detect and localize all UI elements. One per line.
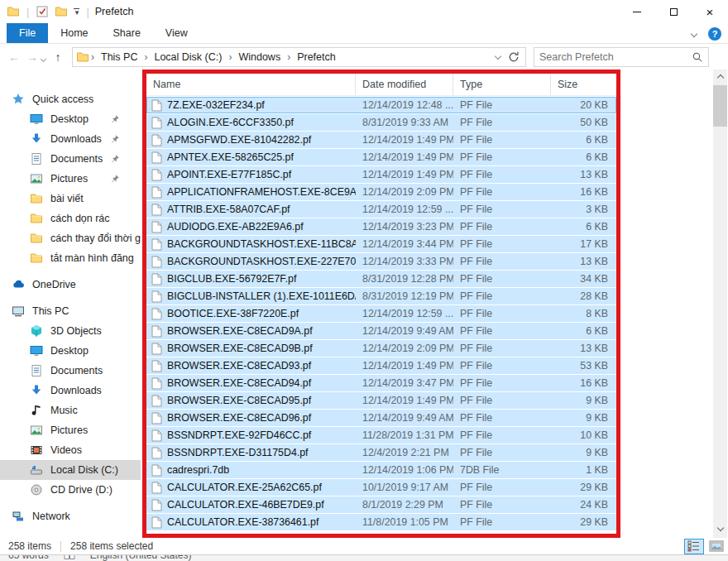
breadcrumb-segment-prefetch[interactable]: Prefetch — [292, 51, 341, 63]
file-date-cell: 8/1/2019 2:29 PM — [356, 499, 453, 511]
file-type-cell: PF File — [453, 290, 551, 302]
folder-small-icon[interactable] — [7, 5, 20, 18]
background-app-strip[interactable]: 65 words English (United States) — [0, 554, 728, 561]
file-row[interactable]: BACKGROUNDTASKHOST.EXE-227E7019.pf12/14/… — [146, 253, 616, 270]
file-icon — [151, 117, 162, 129]
file-row[interactable]: ATTRIB.EXE-58A07CAF.pf12/14/2019 12:59 .… — [146, 201, 616, 218]
recent-locations-icon[interactable] — [41, 52, 46, 64]
sidebar-item-cd-drive-d[interactable]: CD Drive (D:) — [0, 480, 141, 500]
file-row[interactable]: BOOTICE.EXE-38F7220E.pf12/14/2019 12:59 … — [146, 305, 616, 322]
help-icon[interactable]: ? — [708, 27, 721, 41]
breadcrumb-segment-local-disk-c[interactable]: Local Disk (C:) — [149, 51, 227, 63]
search-icon[interactable] — [692, 51, 703, 63]
scrollbar-thumb[interactable] — [713, 85, 727, 127]
sidebar-item-c-ch-d-n-r-c[interactable]: cách dọn rác — [0, 209, 141, 228]
file-row[interactable]: BROWSER.EXE-C8ECAD9B.pf12/14/2019 2:09 P… — [146, 340, 616, 357]
sidebar-item-quick-access[interactable]: Quick access — [0, 89, 141, 109]
column-header-size[interactable]: Size — [551, 74, 616, 95]
file-icon — [151, 377, 162, 390]
thumbnail-view-icon — [709, 540, 724, 552]
sidebar-item-this-pc[interactable]: This PC — [0, 301, 141, 321]
file-row[interactable]: BACKGROUNDTASKHOST.EXE-11BC8A7A...12/14/… — [146, 236, 616, 252]
file-row[interactable]: 7Z.EXE-032EF234.pf12/14/2019 12:48 ...PF… — [146, 97, 616, 113]
sidebar-item-network[interactable]: Network — [0, 506, 141, 526]
sidebar-item-c-ch-thay-i-th-i-g[interactable]: cách thay đổi thời g — [0, 228, 141, 248]
details-view-button[interactable] — [684, 539, 704, 554]
file-row[interactable]: BROWSER.EXE-C8ECAD9A.pf12/14/2019 9:49 A… — [146, 323, 616, 339]
file-row[interactable]: AUDIODG.EXE-AB22E9A6.pf12/14/2019 3:23 P… — [146, 218, 616, 235]
tab-share[interactable]: Share — [101, 23, 153, 43]
sidebar-item-label: Pictures — [50, 173, 88, 185]
minimize-button[interactable] — [619, 0, 655, 23]
sidebar-item-t-t-m-n-h-nh-ng[interactable]: tắt màn hình đăng — [0, 248, 141, 268]
file-size-cell: 6 KB — [551, 134, 616, 146]
file-row[interactable]: CALCULATOR.EXE-38736461.pf11/8/2019 1:05… — [146, 514, 616, 530]
tab-file[interactable]: File — [7, 23, 48, 43]
file-date-cell: 11/8/2019 1:05 PM — [356, 516, 453, 528]
file-row[interactable]: BSSNDRPT.EXE-D31175D4.pf12/4/2019 2:21 P… — [146, 444, 616, 461]
sidebar-item-desktop[interactable]: Desktop — [0, 109, 141, 129]
sidebar-item-downloads[interactable]: Downloads — [0, 381, 141, 400]
close-button[interactable]: × — [692, 0, 728, 23]
column-header-date-modified[interactable]: Date modified — [356, 74, 453, 95]
file-row[interactable]: APMSGFWD.EXE-81042282.pf12/14/2019 1:49 … — [146, 132, 616, 148]
file-row[interactable]: cadrespri.7db12/14/2019 1:06 PM7DB File1… — [146, 462, 616, 478]
file-row[interactable]: BIGCLUB.EXE-56792E7F.pf8/31/2019 12:28 P… — [146, 271, 616, 287]
file-name-cell: APMSGFWD.EXE-81042282.pf — [146, 134, 356, 146]
sidebar-item-b-i-vi-t[interactable]: bài viết — [0, 189, 141, 209]
back-button[interactable]: ← — [5, 50, 23, 64]
customize-toolbar-dropdown-icon[interactable]: ▾ — [74, 8, 79, 15]
sidebar-item-music[interactable]: Music — [0, 400, 141, 420]
up-button[interactable]: ↑ — [49, 50, 67, 64]
file-name-cell: 7Z.EXE-032EF234.pf — [146, 99, 356, 112]
address-bar[interactable]: › This PC›Local Disk (C:)›Windows›Prefet… — [72, 47, 526, 67]
thumbnail-view-button[interactable] — [706, 539, 726, 554]
file-row[interactable]: APPLICATIONFRAMEHOST.EXE-8CE9A1E...12/14… — [146, 184, 616, 200]
sidebar-item-documents[interactable]: Documents — [0, 149, 141, 169]
maximize-button[interactable] — [655, 0, 692, 23]
tab-view[interactable]: View — [153, 23, 200, 43]
sidebar-item-label: Downloads — [50, 385, 102, 396]
file-row[interactable]: BROWSER.EXE-C8ECAD93.pf12/14/2019 1:49 P… — [146, 357, 616, 374]
file-row[interactable]: CALCULATOR.EXE-25A62C65.pf10/1/2019 9:17… — [146, 479, 616, 496]
breadcrumb-segment-this-pc[interactable]: This PC — [96, 51, 142, 63]
properties-check-icon[interactable] — [36, 5, 49, 18]
file-row[interactable]: BSSNDRPT.EXE-92FD46CC.pf11/28/2019 1:31 … — [146, 427, 616, 444]
sidebar-item-3d-objects[interactable]: 3D Objects — [0, 321, 141, 341]
address-dropdown-icon[interactable] — [495, 52, 501, 59]
search-input[interactable] — [539, 49, 692, 65]
scroll-up-icon[interactable] — [713, 70, 727, 84]
desktop-icon — [30, 113, 43, 126]
sidebar-item-downloads[interactable]: Downloads — [0, 129, 141, 149]
column-header-type[interactable]: Type — [453, 74, 551, 95]
sidebar-item-desktop[interactable]: Desktop — [0, 341, 141, 361]
new-folder-icon[interactable] — [55, 5, 68, 18]
file-row[interactable]: APOINT.EXE-E77F185C.pf12/14/2019 1:49 PM… — [146, 166, 616, 183]
scroll-down-icon[interactable] — [713, 522, 727, 536]
file-row[interactable]: BROWSER.EXE-C8ECAD95.pf12/14/2019 1:49 P… — [146, 392, 616, 409]
sidebar-item-local-disk-c[interactable]: Local Disk (C:) — [0, 460, 141, 480]
breadcrumb-segment-windows[interactable]: Windows — [233, 51, 285, 63]
file-row[interactable]: CALCULATOR.EXE-46BE7DE9.pf8/1/2019 2:29 … — [146, 496, 616, 513]
sidebar-item-label: Desktop — [50, 113, 89, 125]
file-row[interactable]: APNTEX.EXE-58265C25.pf12/14/2019 1:49 PM… — [146, 149, 616, 165]
ribbon-expand-icon[interactable] — [691, 30, 697, 36]
sidebar-item-onedrive[interactable]: OneDrive — [0, 275, 141, 295]
file-row[interactable]: BROWSER.EXE-C8ECAD96.pf12/14/2019 9:49 A… — [146, 410, 616, 426]
sidebar-item-pictures[interactable]: Pictures — [0, 420, 141, 440]
file-row[interactable]: BIGCLUB-INSTALLER (1).EXE-1011E6DA.pf8/3… — [146, 288, 616, 304]
forward-button[interactable]: → — [23, 50, 41, 64]
file-row[interactable]: ALOGIN.EXE-6CCF3350.pf8/31/2019 9:33 AMP… — [146, 114, 616, 131]
sidebar-item-pictures[interactable]: Pictures — [0, 169, 141, 189]
file-type-cell: PF File — [453, 343, 551, 354]
sidebar-item-documents[interactable]: Documents — [0, 361, 141, 381]
tab-home[interactable]: Home — [48, 23, 100, 43]
column-header-name[interactable]: Name — [146, 74, 356, 95]
vertical-scrollbar[interactable] — [713, 70, 727, 538]
file-row[interactable]: BROWSER.EXE-C8ECAD94.pf12/14/2019 3:47 P… — [146, 375, 616, 391]
refresh-icon[interactable] — [507, 50, 520, 64]
sidebar-item-videos[interactable]: Videos — [0, 440, 141, 460]
pc-icon — [12, 304, 25, 318]
document-icon — [30, 152, 43, 165]
file-date-cell: 8/31/2019 9:33 AM — [356, 117, 453, 128]
